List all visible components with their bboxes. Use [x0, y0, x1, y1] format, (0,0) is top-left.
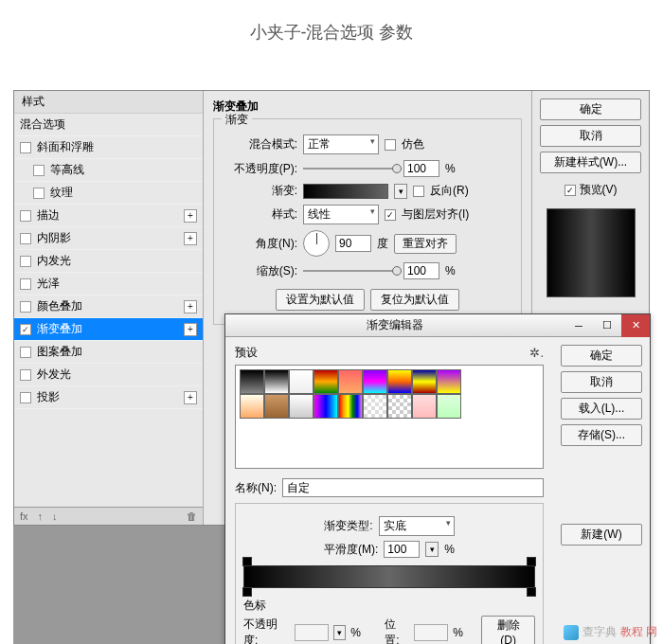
maximize-icon[interactable]: ☐	[593, 314, 621, 337]
preset-swatch[interactable]	[240, 394, 264, 419]
style-checkbox[interactable]	[20, 301, 31, 313]
gradient-type-select[interactable]: 实底	[379, 516, 455, 536]
gradient-bar[interactable]	[243, 565, 535, 588]
set-default-button[interactable]: 设置为默认值	[276, 289, 365, 311]
style-checkbox[interactable]	[20, 256, 31, 267]
preset-swatch[interactable]	[289, 394, 314, 419]
styles-header: 样式	[14, 91, 203, 114]
style-checkbox[interactable]	[20, 233, 31, 244]
opacity-slider[interactable]	[303, 168, 398, 170]
stop-opacity-dropdown-icon[interactable]: ▾	[333, 625, 346, 640]
gear-icon[interactable]: ✲.	[529, 346, 544, 360]
preset-swatch[interactable]	[338, 369, 363, 394]
color-stop[interactable]	[527, 587, 536, 597]
style-item[interactable]: 内发光	[14, 250, 203, 273]
style-checkbox[interactable]	[20, 369, 31, 381]
close-icon[interactable]: ✕	[621, 314, 650, 337]
new-style-button[interactable]: 新建样式(W)...	[540, 152, 641, 173]
add-effect-icon[interactable]: +	[184, 232, 197, 245]
style-item[interactable]: 颜色叠加+	[14, 295, 203, 318]
opacity-stop[interactable]	[242, 557, 252, 566]
style-item[interactable]: 描边+	[14, 205, 203, 227]
arrow-up-icon[interactable]: ↑	[38, 510, 44, 522]
angle-dial[interactable]	[303, 230, 330, 257]
angle-input[interactable]	[335, 235, 371, 252]
style-checkbox[interactable]	[33, 165, 45, 176]
align-checkbox[interactable]: ✓	[385, 209, 396, 221]
blend-mode-select[interactable]: 正常	[303, 134, 379, 154]
preset-swatch[interactable]	[314, 369, 338, 394]
opacity-input[interactable]	[403, 160, 439, 177]
preview-label: 预览(V)	[580, 182, 618, 198]
style-item-label: 纹理	[50, 185, 73, 201]
editor-ok-button[interactable]: 确定	[561, 345, 642, 367]
arrow-down-icon[interactable]: ↓	[52, 510, 58, 522]
style-checkbox[interactable]	[20, 392, 31, 403]
cancel-button[interactable]: 取消	[540, 125, 641, 147]
ok-button[interactable]: 确定	[540, 98, 641, 120]
style-item[interactable]: 等高线	[14, 159, 203, 182]
preset-swatch[interactable]	[264, 394, 289, 419]
dither-checkbox[interactable]	[385, 139, 396, 151]
opacity-stop[interactable]	[527, 557, 536, 566]
preview-checkbox[interactable]: ✓	[564, 185, 576, 196]
angle-unit: 度	[377, 236, 388, 252]
smoothness-dropdown-icon[interactable]: ▾	[425, 542, 439, 557]
gradient-preview[interactable]	[303, 184, 388, 199]
preset-swatch[interactable]	[289, 369, 314, 394]
gradient-name-input[interactable]	[282, 478, 544, 497]
add-effect-icon[interactable]: +	[184, 323, 197, 336]
preset-swatch[interactable]	[437, 369, 461, 394]
editor-save-button[interactable]: 存储(S)...	[561, 424, 642, 446]
style-checkbox[interactable]	[20, 142, 31, 153]
fx-icon[interactable]: fx	[20, 510, 28, 522]
preset-swatch[interactable]	[412, 394, 437, 419]
preset-swatch[interactable]	[363, 369, 387, 394]
add-effect-icon[interactable]: +	[184, 300, 197, 313]
style-item[interactable]: 纹理	[14, 182, 203, 205]
reset-align-button[interactable]: 重置对齐	[394, 234, 457, 254]
style-checkbox[interactable]: ✓	[20, 324, 31, 335]
style-item[interactable]: 斜面和浮雕	[14, 136, 203, 159]
style-item[interactable]: 光泽	[14, 273, 203, 295]
style-item[interactable]: 投影+	[14, 386, 203, 409]
trash-icon[interactable]: 🗑	[187, 510, 197, 522]
minimize-icon[interactable]: ─	[564, 314, 593, 337]
color-stop[interactable]	[242, 587, 252, 597]
preset-swatch[interactable]	[338, 394, 363, 419]
reset-default-button[interactable]: 复位为默认值	[370, 289, 459, 311]
scale-input[interactable]	[403, 262, 439, 279]
style-item[interactable]: 图案叠加	[14, 341, 203, 364]
style-item[interactable]: ✓渐变叠加+	[14, 318, 203, 341]
scale-slider[interactable]	[303, 270, 398, 272]
editor-load-button[interactable]: 载入(L)...	[561, 398, 642, 420]
delete-stop-button[interactable]: 删除(D)	[481, 616, 535, 644]
smoothness-input[interactable]	[384, 541, 420, 558]
editor-cancel-button[interactable]: 取消	[561, 371, 642, 393]
style-checkbox[interactable]	[20, 347, 31, 358]
preset-swatch[interactable]	[387, 369, 412, 394]
preset-swatch[interactable]	[437, 394, 461, 419]
gradient-style-select[interactable]: 线性	[303, 205, 379, 224]
style-checkbox[interactable]	[33, 188, 45, 199]
style-item[interactable]: 外发光	[14, 364, 203, 386]
add-effect-icon[interactable]: +	[184, 391, 197, 404]
blend-options-row[interactable]: 混合选项	[14, 114, 203, 136]
preset-swatch[interactable]	[264, 369, 289, 394]
preset-swatch[interactable]	[240, 369, 264, 394]
add-effect-icon[interactable]: +	[184, 209, 197, 223]
style-checkbox[interactable]	[20, 278, 31, 290]
stop-position-input[interactable]	[414, 624, 448, 641]
style-checkbox[interactable]	[20, 210, 31, 222]
preset-swatch[interactable]	[387, 394, 412, 419]
editor-new-button[interactable]: 新建(W)	[561, 524, 642, 546]
preset-swatch[interactable]	[412, 369, 437, 394]
reverse-checkbox[interactable]	[413, 186, 424, 197]
style-item-label: 等高线	[50, 162, 84, 178]
preset-swatch[interactable]	[314, 394, 338, 419]
style-item[interactable]: 内阴影+	[14, 227, 203, 250]
gradient-dropdown-icon[interactable]: ▾	[394, 184, 407, 199]
stop-opacity-input[interactable]	[295, 624, 329, 641]
gradient-editor-titlebar[interactable]: 渐变编辑器 ─ ☐ ✕	[225, 314, 650, 337]
preset-swatch[interactable]	[363, 394, 387, 419]
